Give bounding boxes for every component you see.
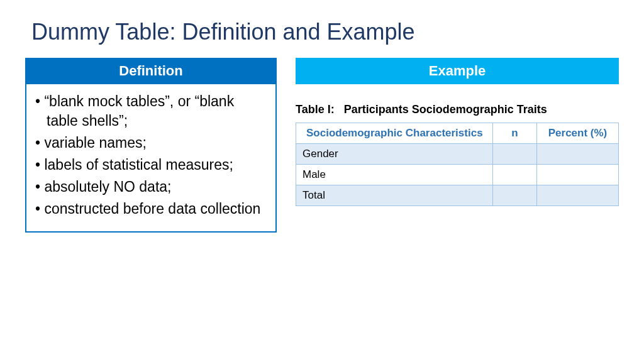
table-row: Male bbox=[296, 165, 619, 185]
demographics-table: Sociodemographic Characteristics n Perce… bbox=[296, 123, 619, 206]
table-header-row: Sociodemographic Characteristics n Perce… bbox=[296, 123, 619, 144]
cell-n bbox=[493, 165, 537, 185]
page-title: Dummy Table: Definition and Example bbox=[31, 19, 619, 45]
example-panel: Example Table I: Participants Sociodemog… bbox=[296, 58, 619, 233]
list-item: variable names; bbox=[35, 133, 267, 153]
cell-n bbox=[493, 185, 537, 206]
list-item: constructed before data collection bbox=[35, 199, 267, 219]
content-columns: Definition “blank mock tables”, or “blan… bbox=[25, 58, 619, 233]
col-header-characteristics: Sociodemographic Characteristics bbox=[296, 123, 493, 144]
definition-panel: Definition “blank mock tables”, or “blan… bbox=[25, 58, 277, 233]
cell-label: Gender bbox=[296, 144, 493, 165]
definition-header: Definition bbox=[25, 58, 277, 84]
cell-n bbox=[493, 144, 537, 165]
cell-pct bbox=[537, 185, 619, 206]
example-body: Table I: Participants Sociodemographic T… bbox=[296, 84, 619, 206]
list-item: “blank mock tables”, or “blank table she… bbox=[35, 92, 267, 131]
definition-body: “blank mock tables”, or “blank table she… bbox=[25, 84, 277, 233]
table-row: Gender bbox=[296, 144, 619, 165]
list-item: labels of statistical measures; bbox=[35, 155, 267, 175]
cell-label: Total bbox=[296, 185, 493, 206]
definition-list: “blank mock tables”, or “blank table she… bbox=[35, 92, 267, 219]
col-header-percent: Percent (%) bbox=[537, 123, 619, 144]
table-row: Total bbox=[296, 185, 619, 206]
cell-pct bbox=[537, 165, 619, 185]
cell-label: Male bbox=[296, 165, 493, 185]
table-title: Table I: Participants Sociodemographic T… bbox=[296, 103, 619, 116]
col-header-n: n bbox=[493, 123, 537, 144]
list-item: absolutely NO data; bbox=[35, 177, 267, 197]
cell-pct bbox=[537, 144, 619, 165]
example-header: Example bbox=[296, 58, 619, 84]
